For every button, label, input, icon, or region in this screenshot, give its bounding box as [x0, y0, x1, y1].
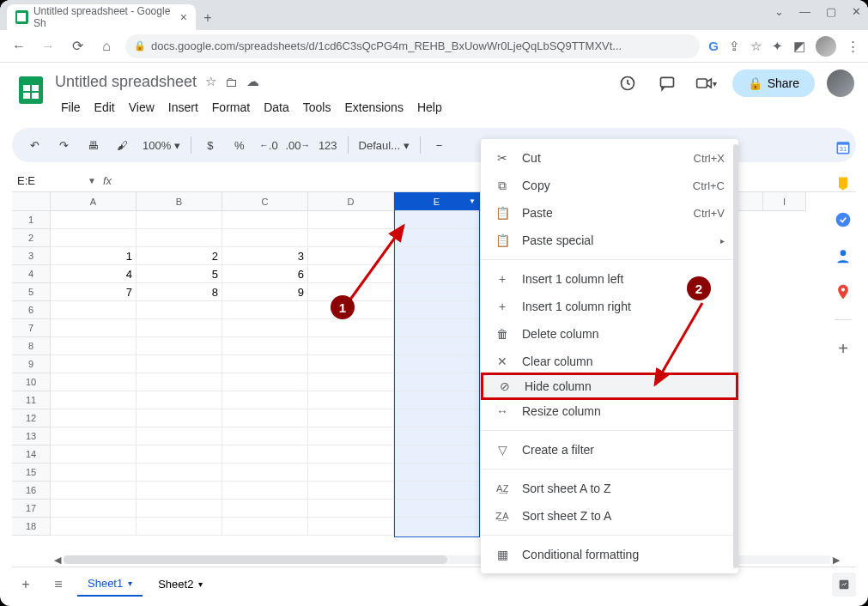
cell[interactable] — [394, 373, 480, 391]
font-dropdown[interactable]: Defaul... ▾ — [355, 139, 413, 152]
cell[interactable] — [137, 464, 222, 482]
menu-help[interactable]: Help — [411, 97, 448, 118]
cell[interactable] — [51, 319, 137, 337]
menu-file[interactable]: File — [55, 97, 87, 118]
row-header[interactable]: 13 — [12, 427, 51, 445]
cell[interactable]: 5 — [137, 265, 222, 283]
explore-button[interactable] — [832, 573, 856, 597]
select-all-corner[interactable] — [12, 192, 51, 211]
ctx-resize-column[interactable]: ↔Resize column — [481, 397, 738, 425]
cell[interactable] — [222, 464, 308, 482]
zoom-dropdown[interactable]: 100% ▾ — [139, 139, 184, 152]
cell[interactable] — [222, 518, 308, 536]
cell[interactable] — [51, 427, 137, 445]
comments-icon[interactable] — [653, 70, 681, 97]
currency-button[interactable]: $ — [198, 133, 222, 157]
cell[interactable]: 1 — [51, 247, 137, 265]
cell[interactable]: 6 — [222, 265, 308, 283]
row-header[interactable]: 9 — [12, 355, 51, 373]
cell[interactable] — [394, 391, 480, 409]
cell[interactable] — [222, 355, 308, 373]
close-window-icon[interactable]: ✕ — [852, 5, 861, 18]
name-box[interactable]: E:E — [12, 174, 81, 187]
cell[interactable] — [308, 518, 394, 536]
extensions-icon[interactable]: ✦ — [772, 39, 783, 54]
row-header[interactable]: 16 — [12, 482, 51, 500]
cell[interactable] — [51, 337, 137, 355]
row-header[interactable]: 15 — [12, 464, 51, 482]
row-header[interactable]: 10 — [12, 373, 51, 391]
cell[interactable] — [137, 427, 222, 445]
browser-tab[interactable]: Untitled spreadsheet - Google Sh × — [7, 4, 196, 30]
star-icon[interactable]: ☆ — [205, 74, 216, 89]
cell[interactable] — [308, 391, 394, 409]
cell[interactable] — [308, 409, 394, 427]
row-header[interactable]: 12 — [12, 409, 51, 427]
cell[interactable] — [51, 211, 137, 229]
all-sheets-button[interactable]: ≡ — [45, 571, 72, 598]
cell[interactable] — [222, 482, 308, 500]
url-input[interactable]: 🔒 docs.google.com/spreadsheets/d/1cd6C3s… — [125, 34, 700, 58]
row-header[interactable]: 1 — [12, 211, 51, 229]
cell[interactable] — [394, 337, 480, 355]
paint-format-button[interactable]: 🖌 — [110, 133, 134, 157]
cell[interactable] — [394, 355, 480, 373]
ctx-cut[interactable]: ✂CutCtrl+X — [481, 144, 738, 172]
cell[interactable] — [137, 500, 222, 518]
cell[interactable] — [51, 445, 137, 464]
cell[interactable] — [137, 301, 222, 319]
row-header[interactable]: 17 — [12, 500, 51, 518]
cloud-status-icon[interactable]: ☁ — [246, 74, 259, 89]
col-header-a[interactable]: A — [51, 192, 137, 211]
cell[interactable] — [222, 373, 308, 391]
cell[interactable] — [222, 211, 308, 229]
row-header[interactable]: 11 — [12, 391, 51, 409]
row-header[interactable]: 3 — [12, 247, 51, 265]
menu-edit[interactable]: Edit — [88, 97, 121, 118]
cell[interactable] — [137, 409, 222, 427]
meet-icon[interactable]: ▾ — [693, 70, 720, 97]
home-button[interactable]: ⌂ — [96, 36, 117, 57]
cell[interactable] — [137, 337, 222, 355]
cell[interactable] — [394, 229, 480, 247]
document-title[interactable]: Untitled spreadsheet — [55, 73, 197, 91]
cell[interactable] — [222, 319, 308, 337]
new-tab-button[interactable]: + — [196, 6, 220, 30]
cell[interactable] — [222, 409, 308, 427]
row-header[interactable]: 6 — [12, 301, 51, 319]
ctx-create-filter[interactable]: ▽Create a filter — [481, 436, 738, 464]
menu-view[interactable]: View — [123, 97, 161, 118]
google-icon[interactable]: G — [708, 39, 719, 53]
cell[interactable] — [394, 247, 480, 265]
cell[interactable] — [308, 265, 394, 283]
col-header-e[interactable]: E — [394, 192, 480, 211]
sheets-logo-icon[interactable] — [14, 73, 48, 107]
ctx-copy[interactable]: ⧉CopyCtrl+C — [481, 172, 738, 199]
maps-icon[interactable] — [835, 283, 852, 300]
account-avatar[interactable] — [827, 70, 854, 97]
col-header-b[interactable]: B — [137, 192, 222, 211]
cell[interactable] — [394, 500, 480, 518]
font-size-decrease[interactable]: − — [428, 133, 452, 157]
cell[interactable] — [222, 445, 308, 464]
cell[interactable] — [51, 482, 137, 500]
cell[interactable] — [394, 319, 480, 337]
cell[interactable] — [137, 482, 222, 500]
cell[interactable] — [394, 482, 480, 500]
share-url-icon[interactable]: ⇪ — [729, 39, 740, 54]
increase-decimal-button[interactable]: .00→ — [286, 133, 310, 157]
cell[interactable] — [51, 391, 137, 409]
context-menu-scrollbar[interactable] — [733, 144, 738, 568]
row-header[interactable]: 4 — [12, 265, 51, 283]
cell[interactable] — [308, 229, 394, 247]
percent-button[interactable]: % — [228, 133, 252, 157]
add-addon-icon[interactable]: + — [835, 339, 852, 356]
scroll-left-icon[interactable]: ◀ — [52, 554, 64, 566]
cell[interactable] — [137, 391, 222, 409]
tasks-icon[interactable] — [835, 211, 852, 228]
ctx-paste-special[interactable]: 📋Paste special▸ — [481, 227, 738, 254]
contacts-icon[interactable] — [835, 247, 852, 264]
menu-data[interactable]: Data — [258, 97, 295, 118]
row-header[interactable]: 14 — [12, 445, 51, 464]
cell[interactable] — [394, 427, 480, 445]
